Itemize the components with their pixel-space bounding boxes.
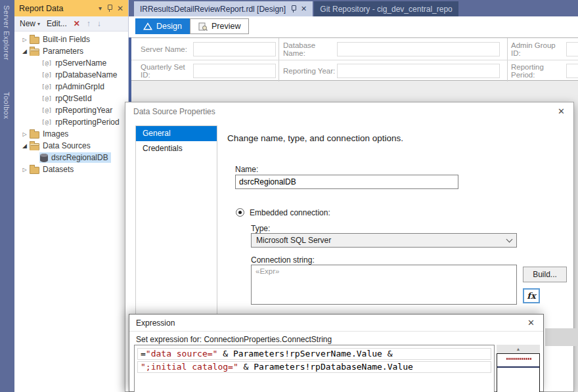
edit-button-label: Edit...	[47, 19, 67, 28]
tab-git-repository[interactable]: Git Repository - cig_dev_central_repo	[314, 1, 458, 16]
folder-icon	[30, 37, 39, 44]
param-label: Reporting Period:	[511, 63, 566, 79]
code-token: ";initial catalog="	[141, 362, 238, 372]
name-input[interactable]	[235, 175, 458, 189]
expression-code-editor[interactable]: ="data source=" & Parameters!rpServerNam…	[134, 345, 495, 392]
document-tab-strip: IRResultsDetailReviewReport.rdl [Design]…	[129, 0, 578, 16]
dialog-title: Data Source Properties	[133, 107, 215, 116]
expander-collapsed-icon[interactable]: ▷	[20, 37, 29, 43]
set-expression-label: Set expression for: ConnectionProperties…	[136, 335, 332, 344]
folder-icon	[30, 167, 39, 174]
intellisense-popup	[497, 353, 540, 392]
close-icon[interactable]: ✕	[117, 5, 123, 12]
tree-item-label: rpAdminGrpId	[55, 82, 104, 91]
tree-item-rpreportingperiod[interactable]: [@] rpReportingPeriod	[14, 116, 128, 128]
chevron-down-icon	[506, 236, 513, 243]
pin-icon[interactable]	[106, 5, 112, 12]
preview-report-icon	[198, 22, 208, 31]
tree-item-label: Data Sources	[43, 141, 91, 150]
param-label: Database Name:	[283, 41, 337, 57]
delete-icon[interactable]: ✕	[74, 19, 80, 28]
nav-item-credentials[interactable]: Credentials	[136, 141, 217, 156]
parameter-icon: [@]	[41, 119, 52, 125]
panel-title: Report Data	[19, 4, 63, 13]
close-icon[interactable]: ✕	[301, 5, 307, 13]
tree-item-rpservername[interactable]: [@] rpServerName	[14, 57, 128, 69]
embedded-connection-label: Embedded connection:	[250, 208, 330, 217]
connection-string-textarea[interactable]: «Expr»	[251, 265, 517, 305]
tab-label: IRResultsDetailReviewReport.rdl [Design]	[140, 5, 286, 14]
expander-collapsed-icon[interactable]: ▷	[20, 131, 29, 137]
parameter-prompt-area: Server Name: Database Name: Admin Group …	[131, 37, 578, 81]
expander-expanded-icon[interactable]: ◢	[20, 48, 29, 54]
admin-group-id-input[interactable]	[566, 42, 578, 56]
tree-item-parameters[interactable]: ◢ Parameters	[14, 45, 128, 57]
move-up-icon[interactable]: ↑	[87, 19, 91, 28]
build-button[interactable]: Build...	[523, 267, 567, 282]
tree-item-data-sources[interactable]: ◢ Data Sources	[14, 140, 128, 152]
parameter-icon: [@]	[41, 107, 52, 114]
report-data-panel: Report Data ▾ ✕ New ▾ Edit... ✕ ↑ ↓ ▷ Bu…	[14, 0, 129, 392]
tree-item-datasets[interactable]: ▷ Datasets	[14, 163, 128, 175]
expander-expanded-icon[interactable]: ◢	[20, 142, 29, 149]
edit-button[interactable]: Edit...	[47, 19, 67, 28]
tree-item-label: Built-in Fields	[43, 35, 90, 44]
scroll-up-icon[interactable]: ▲	[497, 345, 540, 353]
tab-label: Preview	[211, 22, 240, 31]
tab-design[interactable]: Design	[135, 18, 190, 34]
close-icon[interactable]: ✕	[558, 106, 565, 116]
folder-open-icon	[30, 49, 39, 56]
tab-preview[interactable]: Preview	[190, 18, 249, 34]
tree-item-rpreportingyear[interactable]: [@] rpReportingYear	[14, 104, 128, 116]
tree-item-built-in-fields[interactable]: ▷ Built-in Fields	[14, 33, 128, 45]
tree-item-label: dsrcRegionalDB	[51, 153, 108, 162]
tree-item-label: Parameters	[43, 47, 83, 56]
activity-bar: Server Explorer Toolbox	[0, 0, 14, 392]
dialog-title: Expression	[136, 318, 175, 328]
new-button[interactable]: New ▾	[20, 19, 40, 28]
vs-report-designer-window: Server Explorer Toolbox Report Data ▾ ✕ …	[0, 0, 578, 392]
tree-item-rpqtrsetid[interactable]: [@] rpQtrSetId	[14, 93, 128, 104]
reporting-period-input[interactable]	[566, 64, 578, 78]
tree-item-rpadmingrpid[interactable]: [@] rpAdminGrpId	[14, 81, 128, 93]
tab-label: Git Repository - cig_dev_central_repo	[320, 5, 452, 14]
sidebar-tab-server-explorer[interactable]: Server Explorer	[3, 5, 11, 60]
parameter-icon: [@]	[41, 95, 52, 102]
expression-fx-button[interactable]: fx	[523, 288, 540, 303]
view-tab-bar: Design Preview	[129, 16, 578, 37]
tree-item-dsrcregionaldb[interactable]: dsrcRegionalDB	[14, 152, 128, 163]
pin-icon[interactable]	[290, 5, 296, 13]
folder-icon	[30, 131, 39, 139]
type-select[interactable]: Microsoft SQL Server	[251, 233, 517, 248]
parameter-icon: [@]	[41, 60, 52, 66]
type-label: Type:	[251, 224, 270, 233]
chevron-down-icon: ▾	[37, 21, 40, 27]
code-token: & Parameters!rpDatabaseName.Value	[238, 362, 413, 372]
window-menu-icon[interactable]: ▾	[99, 5, 102, 12]
move-down-icon[interactable]: ↓	[97, 19, 101, 28]
close-icon[interactable]: ✕	[527, 318, 535, 328]
new-button-label: New	[20, 19, 35, 28]
report-data-title-bar: Report Data ▾ ✕	[14, 0, 128, 16]
embedded-connection-radio[interactable]	[236, 208, 244, 217]
quarterly-set-id-input[interactable]	[193, 64, 276, 78]
database-icon	[40, 154, 48, 162]
expression-dialog: Expression ✕ Set expression for: Connect…	[129, 314, 544, 392]
sidebar-tab-toolbox[interactable]: Toolbox	[3, 92, 11, 119]
tree-item-images[interactable]: ▷ Images	[14, 128, 128, 140]
code-line: ";initial catalog=" & Parameters!rpDatab…	[137, 361, 491, 373]
param-label: Reporting Year:	[283, 67, 337, 75]
server-name-input[interactable]	[193, 42, 276, 56]
nav-item-general[interactable]: General	[136, 126, 217, 141]
tree-item-rpdatabasename[interactable]: [@] rpDatabaseName	[14, 69, 128, 81]
database-name-input[interactable]	[337, 42, 500, 56]
folder-open-icon	[30, 143, 39, 150]
document-edge-accent	[129, 37, 131, 102]
param-label: Admin Group ID:	[511, 41, 566, 57]
report-data-toolbar: New ▾ Edit... ✕ ↑ ↓	[14, 16, 128, 32]
code-line: ="data source=" & Parameters!rpServerNam…	[137, 348, 491, 360]
tab-rdl-design[interactable]: IRResultsDetailReviewReport.rdl [Design]…	[134, 1, 313, 16]
expander-collapsed-icon[interactable]: ▷	[20, 167, 29, 173]
reporting-year-input[interactable]	[337, 64, 500, 78]
name-label: Name:	[235, 165, 258, 174]
